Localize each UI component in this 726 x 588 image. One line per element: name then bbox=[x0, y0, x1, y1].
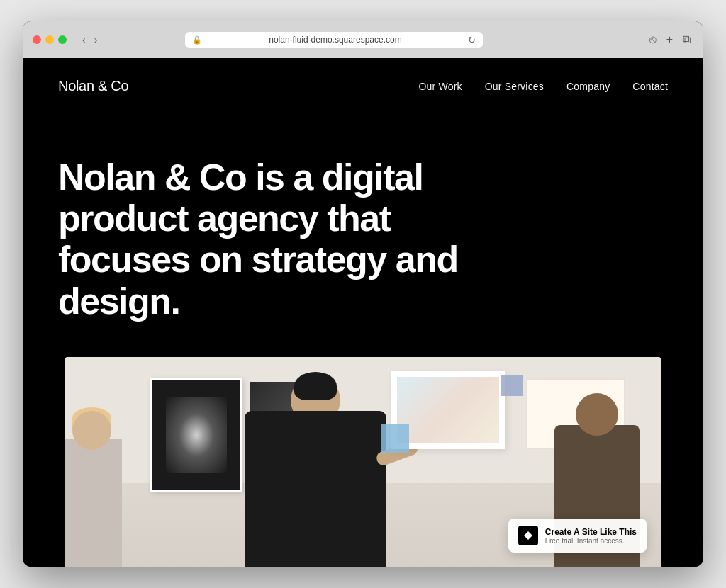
sticky-note-2 bbox=[501, 375, 523, 396]
browser-chrome: ‹ › 🔒 nolan-fluid-demo.squarespace.com ↻… bbox=[23, 21, 703, 58]
badge-text-container: Create A Site Like This Free trial. Inst… bbox=[545, 527, 637, 545]
tabs-button[interactable]: ⧉ bbox=[680, 32, 693, 47]
person-body bbox=[245, 411, 386, 567]
badge-subtitle: Free trial. Instant access. bbox=[545, 537, 637, 545]
nav-our-work[interactable]: Our Work bbox=[418, 81, 462, 92]
browser-nav-buttons: ‹ › bbox=[79, 33, 100, 47]
site-header: Nolan & Co Our Work Our Services Company… bbox=[23, 58, 703, 114]
reload-button[interactable]: ↻ bbox=[468, 35, 476, 45]
address-bar[interactable]: 🔒 nolan-fluid-demo.squarespace.com ↻ bbox=[185, 32, 483, 48]
traffic-lights bbox=[33, 35, 67, 44]
share-button[interactable]: ⎋ bbox=[647, 32, 659, 47]
squarespace-logo-icon bbox=[518, 526, 538, 545]
browser-window: ‹ › 🔒 nolan-fluid-demo.squarespace.com ↻… bbox=[23, 21, 703, 567]
close-button[interactable] bbox=[33, 35, 41, 44]
left-person bbox=[65, 439, 122, 567]
back-icon: ‹ bbox=[82, 34, 86, 45]
minimize-button[interactable] bbox=[45, 35, 54, 44]
reload-icon: ↻ bbox=[468, 35, 476, 45]
share-icon: ⎋ bbox=[649, 33, 657, 45]
new-tab-button[interactable]: + bbox=[664, 32, 676, 47]
artwork-frame-1 bbox=[150, 378, 242, 492]
hero-headline: Nolan & Co is a digital product agency t… bbox=[58, 157, 498, 322]
hero-scene: Create A Site Like This Free trial. Inst… bbox=[65, 357, 661, 567]
site-logo[interactable]: Nolan & Co bbox=[58, 78, 128, 94]
new-tab-icon: + bbox=[666, 33, 673, 45]
artwork-3 bbox=[397, 377, 499, 443]
tabs-icon: ⧉ bbox=[683, 33, 691, 45]
nav-company[interactable]: Company bbox=[566, 81, 610, 92]
back-button[interactable]: ‹ bbox=[79, 33, 89, 47]
forward-icon: › bbox=[94, 34, 98, 45]
browser-actions: ⎋ + ⧉ bbox=[647, 32, 693, 47]
left-person-body bbox=[65, 439, 122, 567]
website-content: Nolan & Co Our Work Our Services Company… bbox=[23, 58, 703, 567]
main-person bbox=[245, 411, 386, 567]
url-text: nolan-fluid-demo.squarespace.com bbox=[206, 35, 464, 45]
image-section: Create A Site Like This Free trial. Inst… bbox=[65, 357, 661, 567]
lock-icon: 🔒 bbox=[192, 35, 202, 45]
forward-button[interactable]: › bbox=[91, 33, 101, 47]
badge-title: Create A Site Like This bbox=[545, 527, 637, 537]
person-hair bbox=[294, 372, 337, 400]
artwork-1 bbox=[152, 380, 240, 490]
right-person-head bbox=[576, 393, 618, 436]
maximize-button[interactable] bbox=[58, 35, 67, 44]
squarespace-badge[interactable]: Create A Site Like This Free trial. Inst… bbox=[508, 519, 647, 553]
site-nav: Our Work Our Services Company Contact bbox=[418, 81, 668, 92]
nav-our-services[interactable]: Our Services bbox=[485, 81, 544, 92]
nav-contact[interactable]: Contact bbox=[632, 81, 668, 92]
hero-section: Nolan & Co is a digital product agency t… bbox=[23, 114, 703, 357]
left-person-head bbox=[72, 411, 111, 450]
sticky-note-1 bbox=[381, 424, 409, 453]
artwork-1-pattern bbox=[166, 397, 228, 473]
